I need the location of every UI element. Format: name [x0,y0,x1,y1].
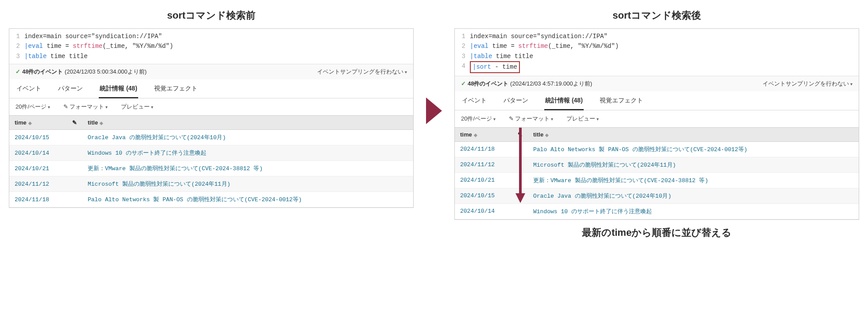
col-header-title[interactable]: title◆ [528,127,859,141]
tab-bar: イベント パターン 統計情報 (48) 視覚エフェクト [9,79,413,98]
table-controls: 20件/ページ フォーマット プレビュー [455,110,859,127]
check-icon: ✓ [461,80,466,87]
cell-title[interactable]: Palo Alto Networks 製 PAN-OS の脆弱性対策について(C… [528,141,859,157]
status-bar: ✓48件のイベント (2024/12/03 4:57:19.000より前) イベ… [455,76,859,91]
cell-time[interactable]: 2024/10/14 [9,145,67,161]
cell-title[interactable]: Windows 10 のサポート終了に伴う注意喚起 [82,145,413,161]
sort-icon: ◆ [28,121,32,125]
code-line: 3|table time title [455,51,859,61]
tab-visualization[interactable]: 視覚エフェクト [599,91,644,110]
cell-time[interactable]: 2024/11/12 [455,157,512,172]
preview-dropdown[interactable]: プレビュー [121,103,153,111]
cell-time[interactable]: 2024/10/15 [455,188,512,203]
table-row[interactable]: 2024/11/18Palo Alto Networks 製 PAN-OS の脆… [9,192,413,207]
code-line: 3|table time title [9,51,413,61]
sampling-dropdown[interactable]: イベントサンプリングを行わない [763,80,852,88]
tab-visualization[interactable]: 視覚エフェクト [153,79,198,98]
cell-time[interactable]: 2024/10/21 [9,161,67,176]
table-row[interactable]: 2024/10/21更新：VMware 製品の脆弱性対策について(CVE-202… [9,161,413,176]
line-number: 2 [455,41,470,51]
event-time-range: (2024/12/03 5:00:34.000より前) [65,68,147,75]
code-content: |sort - time [470,61,520,73]
cell-title[interactable]: Oracle Java の脆弱性対策について(2024年10月) [82,130,413,145]
sampling-dropdown[interactable]: イベントサンプリングを行わない [317,68,407,76]
code-content: |table time title [24,51,88,61]
cell-spacer [67,130,82,145]
cell-time[interactable]: 2024/10/15 [9,130,67,145]
line-number: 3 [9,51,24,61]
cell-spacer [67,176,82,192]
line-number: 2 [9,41,24,51]
cell-title[interactable]: Palo Alto Networks 製 PAN-OS の脆弱性対策について(C… [82,192,413,207]
code-line: 2|eval time = strftime(_time, "%Y/%m/%d"… [455,41,859,51]
cell-title[interactable]: Microsoft 製品の脆弱性対策について(2024年11月) [528,157,859,172]
results-table-left: time◆ ✎ title◆ 2024/10/15Oracle Java の脆弱… [9,115,413,207]
sort-icon: ◆ [545,133,549,137]
right-heading: sortコマンド検索後 [454,9,859,22]
cell-time[interactable]: 2024/10/21 [455,172,512,188]
line-number: 3 [455,51,470,61]
format-dropdown[interactable]: フォーマット [509,115,553,123]
left-heading: sortコマンド検索前 [9,9,414,22]
table-row[interactable]: 2024/10/14Windows 10 のサポート終了に伴う注意喚起 [455,203,859,219]
left-code-editor[interactable]: 1index=main source="syndication://IPA"2|… [9,29,413,64]
code-line: 1index=main source="syndication://IPA" [9,31,413,41]
col-header-title[interactable]: title◆ [82,116,413,130]
line-number: 4 [455,61,470,73]
status-bar: ✓48件のイベント (2024/12/03 5:00:34.000より前) イベ… [9,64,413,79]
cell-spacer [512,203,528,219]
tab-statistics[interactable]: 統計情報 (48) [544,91,584,110]
left-panel: 1index=main source="syndication://IPA"2|… [9,28,414,208]
cell-title[interactable]: 更新：VMware 製品の脆弱性対策について(CVE-2024-38812 等) [528,172,859,188]
cell-spacer [67,192,82,207]
cell-title[interactable]: Microsoft 製品の脆弱性対策について(2024年11月) [82,176,413,192]
center-arrow [424,9,444,124]
perpage-dropdown[interactable]: 20件/ページ [461,115,496,123]
table-row[interactable]: 2024/10/14Windows 10 のサポート終了に伴う注意喚起 [9,145,413,161]
perpage-dropdown[interactable]: 20件/ページ [16,103,50,111]
arrow-right-icon [426,98,442,124]
table-row[interactable]: 2024/10/15Oracle Java の脆弱性対策について(2024年10… [9,130,413,145]
svg-marker-0 [426,98,442,124]
code-content: index=main source="syndication://IPA" [24,31,162,41]
tab-events[interactable]: イベント [461,91,488,110]
bottom-annotation: 最新のtimeから順番に並び替える [454,226,859,239]
event-time-range: (2024/12/03 4:57:19.000より前) [510,80,592,87]
sort-icon: ◆ [474,133,477,137]
cell-title[interactable]: Oracle Java の脆弱性対策について(2024年10月) [528,188,859,203]
right-panel: 1index=main source="syndication://IPA"2|… [454,28,859,220]
line-number: 1 [9,31,24,41]
cell-time[interactable]: 2024/11/18 [9,192,67,207]
check-icon: ✓ [16,68,20,75]
preview-dropdown[interactable]: プレビュー [566,115,599,123]
tab-patterns[interactable]: パターン [57,79,84,98]
col-header-time[interactable]: time◆ [9,116,67,130]
col-edit-icon[interactable]: ✎ [67,116,82,130]
arrow-down-icon [515,128,525,203]
tab-bar: イベント パターン 統計情報 (48) 視覚エフェクト [455,91,859,110]
code-content: index=main source="syndication://IPA" [470,31,608,41]
code-content: |eval time = strftime(_time, "%Y/%m/%d") [470,41,619,51]
cell-spacer [67,161,82,176]
line-number: 1 [455,31,470,41]
tab-statistics[interactable]: 統計情報 (48) [99,79,138,98]
cell-time[interactable]: 2024/11/18 [455,141,512,157]
col-edit-icon[interactable]: ✎ [512,127,528,141]
cell-title[interactable]: 更新：VMware 製品の脆弱性対策について(CVE-2024-38812 等) [82,161,413,176]
table-row[interactable]: 2024/11/12Microsoft 製品の脆弱性対策について(2024年11… [9,176,413,192]
cell-spacer [67,145,82,161]
event-count: 48件のイベント [22,68,63,75]
tab-events[interactable]: イベント [16,79,42,98]
code-line: 2|eval time = strftime(_time, "%Y/%m/%d"… [9,41,413,51]
highlighted-sort-line: |sort - time [470,61,520,73]
cell-title[interactable]: Windows 10 のサポート終了に伴う注意喚起 [528,203,859,219]
right-code-editor[interactable]: 1index=main source="syndication://IPA"2|… [455,29,859,76]
cell-time[interactable]: 2024/11/12 [9,176,67,192]
cell-time[interactable]: 2024/10/14 [455,203,512,219]
tab-patterns[interactable]: パターン [503,91,529,110]
code-content: |table time title [470,51,533,61]
event-count: 48件のイベント [468,80,508,87]
col-header-time[interactable]: time◆ [455,127,512,141]
format-dropdown[interactable]: フォーマット [63,103,108,111]
code-line: 4|sort - time [455,61,859,73]
